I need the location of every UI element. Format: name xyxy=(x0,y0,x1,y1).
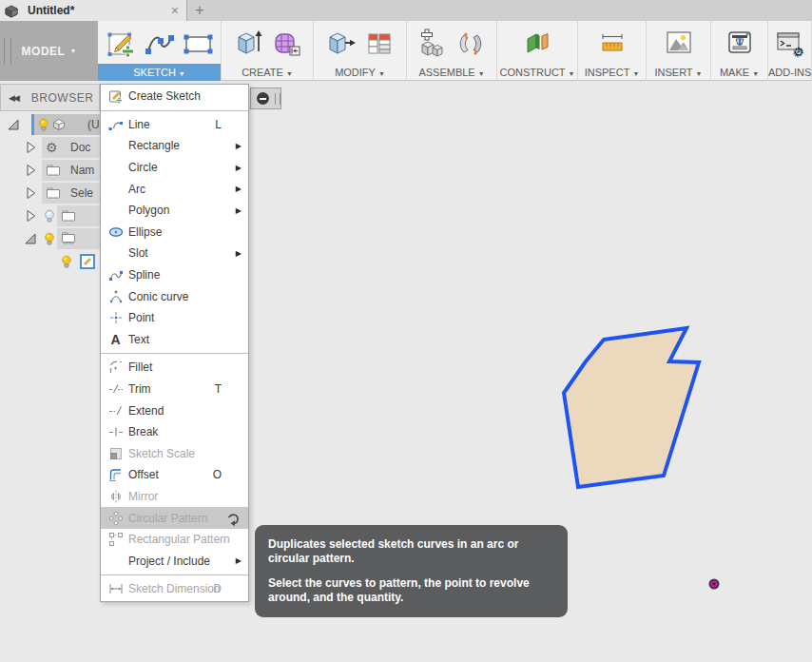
toolbar-dropdown-addins[interactable]: ADD-INS▼ xyxy=(768,64,811,81)
toolbar-groups: SKETCH▼CREATE▼MODIFY▼ASSEMBLE▼CONSTRUCT▼… xyxy=(98,21,812,81)
menu-item-ellipse[interactable]: Ellipse xyxy=(101,222,248,243)
visibility-bulb-icon[interactable] xyxy=(36,117,51,132)
conic-curve-icon xyxy=(106,288,126,304)
visibility-bulb-icon[interactable] xyxy=(42,208,57,224)
toolbar-group-insert: INSERT▼ xyxy=(647,21,711,81)
form-icon[interactable] xyxy=(270,26,302,60)
collapse-node-icon[interactable] xyxy=(23,231,38,246)
menu-item-break[interactable]: Break xyxy=(101,421,248,443)
menu-item-rectangle[interactable]: Rectangle▶ xyxy=(101,135,248,157)
joint-icon[interactable] xyxy=(454,26,487,60)
collapse-node-icon[interactable] xyxy=(6,117,21,132)
toolbar-dropdown-assemble[interactable]: ASSEMBLE▼ xyxy=(407,64,496,81)
new-tab-button[interactable]: + xyxy=(187,0,212,21)
toolbar-grip-icon[interactable] xyxy=(4,38,11,64)
menu-item-label: Extend xyxy=(128,404,164,418)
toolbar-dropdown-create[interactable]: CREATE▼ xyxy=(222,64,313,81)
make-icon[interactable] xyxy=(724,26,756,60)
chevron-down-icon: ▼ xyxy=(478,70,485,77)
menu-item-circle[interactable]: Circle▶ xyxy=(101,157,248,179)
menu-item-line[interactable]: LineL xyxy=(101,114,248,136)
toolbar-dropdown-sketch[interactable]: SKETCH▼ xyxy=(98,64,221,81)
new-component-icon[interactable] xyxy=(416,26,449,60)
browser-row[interactable]: (U xyxy=(0,113,105,136)
menu-item-create-sketch[interactable]: Create Sketch xyxy=(101,86,248,107)
sketch-point[interactable] xyxy=(710,580,719,589)
rectangle-tool-icon[interactable] xyxy=(182,26,214,60)
expand-node-icon[interactable] xyxy=(23,163,38,178)
menu-separator xyxy=(101,110,248,111)
menu-item-polygon[interactable]: Polygon▶ xyxy=(101,200,248,222)
minus-circle-icon[interactable] xyxy=(257,92,269,105)
create-sketch-icon xyxy=(106,88,126,105)
line-icon xyxy=(106,116,126,132)
sketch-profile-polygon[interactable] xyxy=(564,328,699,487)
menu-item-conic-curve[interactable]: Conic curve xyxy=(101,285,248,307)
sketch-dimension-icon xyxy=(106,581,126,597)
expand-node-icon[interactable] xyxy=(23,140,38,155)
tab-title: Untitled* xyxy=(28,4,74,17)
browser-row[interactable] xyxy=(0,204,105,227)
toolbar-dropdown-make[interactable]: MAKE▼ xyxy=(711,64,767,81)
text-icon: A xyxy=(106,331,126,347)
svg-text:⚙: ⚙ xyxy=(792,45,803,59)
menu-item-spline[interactable]: Spline xyxy=(101,264,248,286)
menu-item-label: Slot xyxy=(128,246,148,260)
menu-item-label: Rectangular Pattern xyxy=(128,533,230,546)
submenu-arrow-icon: ▶ xyxy=(236,249,242,258)
toolbar-dropdown-insert[interactable]: INSERT▼ xyxy=(647,64,710,81)
workspace-selector[interactable]: MODEL ▼ xyxy=(0,21,98,81)
cube-icon xyxy=(51,117,67,132)
menu-item-point[interactable]: Point xyxy=(101,307,248,329)
spline-icon xyxy=(106,267,126,283)
menu-item-trim[interactable]: TrimT xyxy=(101,379,248,400)
menu-item-offset[interactable]: OffsetO xyxy=(101,464,248,486)
measure-icon[interactable] xyxy=(596,26,628,60)
canvas-mini-toolbar[interactable] xyxy=(250,88,281,109)
tab-close-icon[interactable]: × xyxy=(171,0,179,21)
toolbar-dropdown-inspect[interactable]: INSPECT▼ xyxy=(578,64,646,81)
drag-grip-icon[interactable] xyxy=(275,93,280,105)
create-sketch-icon[interactable] xyxy=(106,26,138,60)
press-pull-icon[interactable] xyxy=(325,26,358,60)
menu-item-project-include[interactable]: Project / Include▶ xyxy=(101,550,248,572)
insert-image-icon[interactable] xyxy=(663,26,695,60)
menu-item-label: Arc xyxy=(128,183,145,196)
expand-node-icon[interactable] xyxy=(23,208,38,224)
sketch-scale-icon xyxy=(106,445,126,461)
menu-item-fillet[interactable]: Fillet xyxy=(101,357,248,379)
extrude-icon[interactable] xyxy=(232,26,264,60)
visibility-bulb-icon[interactable] xyxy=(59,254,74,269)
submenu-arrow-icon: ▶ xyxy=(236,206,242,215)
expand-node-icon[interactable] xyxy=(23,185,38,201)
browser-row[interactable]: ⚙Doc xyxy=(0,136,105,159)
menu-item-label: Circular Pattern xyxy=(128,512,207,525)
browser-row[interactable] xyxy=(0,250,105,273)
menu-item-arc[interactable]: Arc▶ xyxy=(101,178,248,200)
collapse-panel-icon[interactable]: ◀◀ xyxy=(9,93,18,103)
mirror-icon xyxy=(106,488,126,504)
browser-row[interactable]: Sele xyxy=(0,182,105,204)
menu-item-slot[interactable]: Slot▶ xyxy=(101,243,248,264)
addins-icon[interactable]: ⚙⚙ xyxy=(774,26,806,60)
toolbar-dropdown-modify[interactable]: MODIFY▼ xyxy=(314,64,406,81)
browser-row[interactable]: Nam xyxy=(0,159,105,182)
menu-item-rectangular-pattern: Rectangular Pattern xyxy=(101,529,248,551)
document-cube-icon xyxy=(3,3,20,18)
toolbar-dropdown-construct[interactable]: CONSTRUCT▼ xyxy=(497,64,577,81)
construct-plane-icon[interactable] xyxy=(521,26,553,60)
menu-item-text[interactable]: AText xyxy=(101,329,248,351)
menu-item-label: Polygon xyxy=(128,204,169,217)
chevron-down-icon: ▼ xyxy=(69,48,76,54)
fillet-icon xyxy=(106,360,126,376)
trim-icon xyxy=(106,381,126,398)
parameters-icon[interactable] xyxy=(363,26,396,60)
chevron-down-icon: ▼ xyxy=(179,70,185,77)
visibility-bulb-icon[interactable] xyxy=(42,231,57,246)
document-tab[interactable]: Untitled* × xyxy=(0,0,187,21)
browser-row[interactable] xyxy=(0,227,105,250)
folder-icon xyxy=(46,163,61,178)
menu-item-extend[interactable]: Extend xyxy=(101,399,248,421)
gear-icon: ⚙ xyxy=(46,139,58,156)
spline-tool-icon[interactable] xyxy=(144,26,176,60)
